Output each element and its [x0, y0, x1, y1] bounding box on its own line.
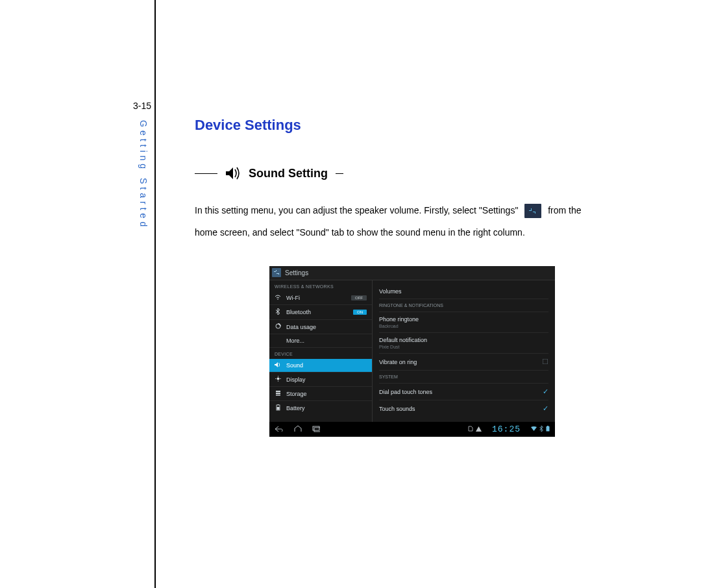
bluetooth-icon [275, 308, 281, 316]
speaker-icon [225, 166, 241, 180]
nav-item-storage[interactable]: Storage [269, 387, 372, 401]
rule-left [195, 173, 217, 174]
nav-category-wireless: WIRELESS & NETWORKS [269, 280, 372, 291]
row-phone-ringtone[interactable]: Phone ringtone Backroad [379, 312, 548, 333]
nav-item-bluetooth[interactable]: Bluetooth ON [269, 305, 372, 320]
nav-label-bluetooth: Bluetooth [286, 309, 311, 315]
label-notif: Default notification [379, 337, 427, 343]
svg-marker-0 [226, 167, 233, 179]
android-title: Settings [285, 269, 308, 276]
wifi-icon [275, 295, 281, 301]
body-part1: In this setting menu, you can adjust the… [195, 205, 518, 215]
svg-rect-8 [278, 273, 279, 275]
row-dial-tones[interactable]: Dial pad touch tones ✓ [379, 384, 548, 400]
recent-icon[interactable] [312, 426, 320, 434]
nav-item-sound[interactable]: Sound [269, 359, 372, 373]
page-number: 3-15 [133, 101, 151, 111]
status-warning-icon [476, 426, 482, 433]
nav-label-display: Display [286, 376, 306, 383]
nav-label-more: More... [286, 337, 304, 344]
label-volumes: Volumes [379, 288, 402, 295]
status-wifi-icon [531, 426, 537, 432]
wifi-toggle[interactable]: OFF [351, 295, 367, 300]
checkbox-touch[interactable]: ✓ [543, 404, 548, 413]
svg-rect-26 [547, 426, 550, 432]
data-usage-icon [275, 323, 281, 330]
battery-icon [275, 404, 281, 412]
settings-detail-right: Volumes RINGTONE & NOTIFICATIONS Phone r… [373, 280, 555, 422]
heading-device-settings: Device Settings [195, 117, 630, 134]
display-icon [275, 376, 281, 383]
settings-nav-left: WIRELESS & NETWORKS Wi-Fi OFF Bluetooth [269, 280, 373, 422]
android-titlebar: Settings [269, 266, 555, 280]
nav-label-wifi: Wi-Fi [286, 295, 300, 301]
rule-right [336, 173, 343, 174]
label-ringtone: Phone ringtone [379, 316, 419, 323]
svg-rect-25 [547, 426, 548, 426]
subheading-row: Sound Setting [195, 166, 630, 180]
sub-ringtone: Backroad [379, 324, 419, 328]
bluetooth-toggle[interactable]: ON [353, 310, 367, 315]
body-line2: home screen, and select "Sound" tab to s… [195, 227, 525, 238]
divider-line [154, 0, 156, 588]
label-vibrate: Vibrate on ring [379, 359, 417, 365]
row-touch-sounds[interactable]: Touch sounds ✓ [379, 400, 548, 417]
nav-item-data-usage[interactable]: Data usage [269, 320, 372, 334]
nav-item-more[interactable]: More... [269, 334, 372, 348]
svg-rect-7 [277, 273, 278, 274]
nav-label-data: Data usage [286, 324, 316, 330]
svg-rect-5 [274, 271, 276, 272]
svg-point-12 [277, 378, 279, 380]
content-area: Device Settings Sound Setting In this se… [195, 117, 630, 437]
nav-item-display[interactable]: Display [269, 373, 372, 387]
nav-label-sound: Sound [286, 362, 303, 369]
status-bluetooth-icon [539, 426, 543, 433]
back-icon[interactable] [275, 426, 284, 434]
body-paragraph: In this setting menu, you can adjust the… [195, 200, 630, 243]
svg-rect-4 [535, 212, 535, 214]
svg-rect-17 [276, 391, 280, 392]
svg-rect-1 [529, 210, 532, 211]
svg-marker-11 [275, 362, 278, 367]
body-part2: from the [548, 205, 581, 215]
label-touch: Touch sounds [379, 406, 415, 412]
checkbox-dial[interactable]: ✓ [543, 387, 548, 396]
svg-point-9 [277, 299, 278, 300]
row-volumes[interactable]: Volumes [379, 284, 548, 299]
svg-rect-19 [276, 395, 280, 396]
embedded-screenshot: Settings WIRELESS & NETWORKS Wi-Fi OFF [269, 266, 555, 437]
storage-icon [275, 390, 281, 397]
nav-label-storage: Storage [286, 391, 307, 397]
settings-title-icon [272, 268, 281, 277]
cat-system: SYSTEM [379, 371, 548, 384]
home-icon[interactable] [294, 425, 302, 434]
row-vibrate-on-ring[interactable]: Vibrate on ring ☐ [379, 354, 548, 371]
subheading-sound-setting: Sound Setting [249, 167, 328, 180]
svg-rect-2 [531, 208, 532, 210]
status-sd-icon [468, 426, 473, 433]
checkbox-vibrate[interactable]: ☐ [542, 358, 548, 366]
nav-category-device: DEVICE [269, 348, 372, 359]
status-clock: 16:25 [492, 424, 521, 434]
svg-rect-18 [276, 393, 280, 394]
android-navbar: 16:25 [269, 422, 555, 437]
cat-ringtone: RINGTONE & NOTIFICATIONS [379, 299, 548, 312]
sub-notif: Pixie Dust [379, 345, 427, 349]
nav-item-battery[interactable]: Battery [269, 401, 372, 415]
row-default-notification[interactable]: Default notification Pixie Dust [379, 333, 548, 354]
label-dial: Dial pad touch tones [379, 389, 432, 395]
svg-rect-22 [277, 407, 279, 410]
nav-item-wifi[interactable]: Wi-Fi OFF [269, 291, 372, 305]
settings-app-icon [524, 204, 541, 218]
status-battery-icon [546, 426, 550, 433]
nav-label-battery: Battery [286, 405, 305, 411]
svg-rect-6 [276, 270, 277, 271]
side-section-label: Getting Started [138, 120, 149, 230]
sound-icon [275, 362, 281, 369]
